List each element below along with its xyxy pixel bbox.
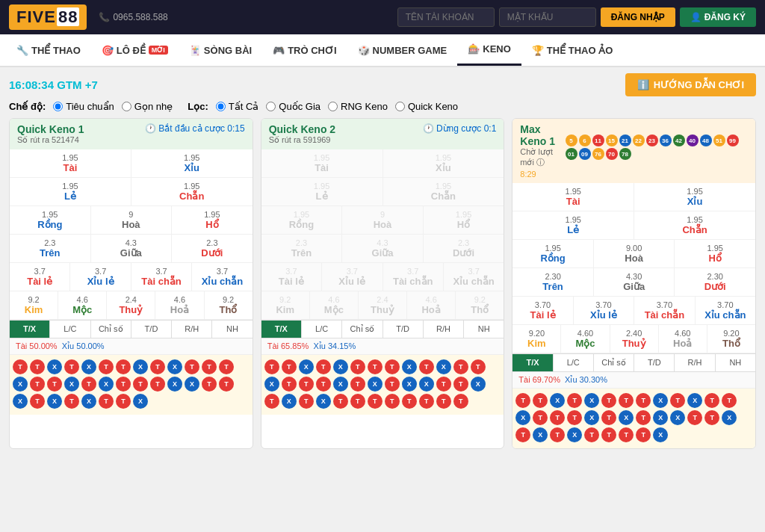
card1-xiule-cell[interactable]: 3.7 Xỉu lẻ [70,263,131,291]
ball-36: 36 [660,134,672,146]
hist-ball: X [333,377,348,392]
nav-the-thao[interactable]: 🔧 THỂ THAO [6,36,91,65]
mode-tieu-chuan[interactable]: Tiêu chuẩn [53,101,114,112]
card1-stats: Tài 50.00% Xỉu 50.00% [10,338,253,355]
hist-ball: T [453,377,468,392]
card1-moc-cell[interactable]: 4.6 Mộc [58,291,107,319]
card3-duoi-cell[interactable]: 2.30 Dưới [675,268,755,296]
hist-ball: T [636,393,651,408]
hist-ball: X [264,377,279,392]
card1-taichan-cell[interactable]: 3.7 Tài chẵn [131,263,192,291]
card3-chan-cell[interactable]: 1.95 Chẵn [634,211,755,239]
card3-xiule-cell[interactable]: 3.70 Xỉu lẻ [574,297,634,324]
card2-tab-lc[interactable]: L/C [302,321,342,338]
card1-tab-lc[interactable]: L/C [50,321,90,338]
filter-rng-keno[interactable]: RNG Keno [328,101,388,112]
card3-xiu-cell[interactable]: 1.95 Xỉu [634,183,755,211]
card2-tab-chiso[interactable]: Chỉ số [342,321,382,338]
card3-xiuchan-cell[interactable]: 3.70 Xỉu chẵn [696,297,755,324]
hist-ball: T [350,359,365,374]
card2-tab-nh[interactable]: NH [464,321,504,338]
card3-taile-cell[interactable]: 3.70 Tài lẻ [512,297,573,324]
hist-ball: X [185,377,199,392]
card1-tab-tx[interactable]: T/X [10,321,50,338]
hist-ball: T [219,359,234,374]
username-input[interactable] [397,7,495,27]
card1-tab-chiso[interactable]: Chỉ số [91,321,131,338]
ball-23: 23 [646,134,658,146]
card2-tab-rh[interactable]: R/H [424,321,464,338]
card3-rong-cell[interactable]: 1.95 Rồng [512,240,594,267]
filter-label: Lọc: [188,101,208,112]
nav-song-bai[interactable]: 🃏 SÒNG BÀI [179,36,262,65]
card3-tho-cell[interactable]: 9.20 Thổ [707,325,755,353]
card2-tab-td[interactable]: T/D [383,321,424,338]
card3-tab-lc[interactable]: L/C [554,354,594,371]
hist-ball: T [64,359,79,374]
filter-quick-keno[interactable]: Quick Keno [395,101,458,112]
hist-ball: T [202,359,217,374]
header-inputs: ĐĂNG NHẬP 👤 ĐĂNG KÝ [397,7,756,27]
card3-tab-td[interactable]: T/D [634,354,675,371]
hist-ball: T [368,359,382,374]
hist-ball: X [402,377,417,392]
card3-tab-rh[interactable]: R/H [675,354,715,371]
card1-ho-cell[interactable]: 1.95 Hổ [172,206,253,234]
card1-duoi-cell[interactable]: 2.3 Dưới [172,235,253,262]
card1-le-cell[interactable]: 1.95 Lẻ [10,178,131,205]
card3-taichan-cell[interactable]: 3.70 Tài chẵn [634,297,695,324]
card2-tab-tx[interactable]: T/X [261,321,302,338]
filter-tat-ca[interactable]: Tất Cả [216,101,259,112]
card1-hoa2-cell[interactable]: 4.6 Hoả [155,291,204,319]
login-button[interactable]: ĐĂNG NHẬP [601,7,675,27]
card1-tab-nh[interactable]: NH [212,321,252,338]
card1-chan-cell[interactable]: 1.95 Chẵn [131,178,253,205]
hist-ball: T [350,377,365,392]
nav-the-thao-ao[interactable]: 🏆 THỂ THAO ẢO [521,36,624,65]
card3-ho-cell[interactable]: 1.95 Hổ [675,240,755,267]
card3-hoa2-cell[interactable]: 4.60 Hoả [659,325,707,353]
card1-kim-cell[interactable]: 9.2 Kim [10,291,58,319]
password-input[interactable] [499,7,596,27]
hist-ball: X [653,393,668,408]
card1-tai-cell[interactable]: 1.95 Tài [10,149,131,177]
hist-ball: T [436,394,451,409]
nav-keno[interactable]: 🎰 KENO [457,34,521,66]
hist-ball: T [150,377,165,392]
nav-number-game[interactable]: 🎲 NUMBER GAME [347,36,458,65]
hist-ball: T [402,394,417,409]
nav-lo-de[interactable]: 🎯 LÔ ĐỀ MỚI [91,36,179,65]
card1-thuy-cell[interactable]: 2.4 Thuỷ [107,291,155,319]
card1-taile-cell[interactable]: 3.7 Tài lẻ [10,263,70,291]
hist-ball: T [30,377,45,392]
card3-tab-nh[interactable]: NH [716,354,755,371]
card1-tab-td[interactable]: T/D [131,321,172,338]
mode-gon-nhe[interactable]: Gọn nhẹ [122,101,173,112]
filter-quoc-gia[interactable]: Quốc Gia [266,101,320,112]
card1-history: T T X T X T T X T X T T T X T T X T X T [10,355,253,415]
card3-tab-chiso[interactable]: Chỉ số [594,354,634,371]
card3-moc-cell[interactable]: 4.60 Mộc [561,325,610,353]
card1-tabs: T/X L/C Chỉ số T/D R/H NH [10,320,253,338]
card1-tab-rh[interactable]: R/H [172,321,212,338]
card3-kim-cell[interactable]: 9.20 Kim [512,325,561,353]
card1-xiuchan-cell[interactable]: 3.7 Xỉu chẵn [192,263,252,291]
card1-xiu-cell[interactable]: 1.95 Xỉu [131,149,253,177]
help-button[interactable]: ℹ️ HƯỚNG DẪN CHƠI [625,73,756,96]
hist-ball: X [515,410,530,425]
nav-tro-choi[interactable]: 🎮 TRÒ CHƠI [262,36,347,65]
register-button[interactable]: 👤 ĐĂNG KÝ [680,7,756,27]
card3-thuy-cell[interactable]: 2.40 Thuỷ [610,325,659,353]
card1-tren-cell[interactable]: 2.3 Trên [10,235,91,262]
card3-tai-cell[interactable]: 1.95 Tài [512,183,634,211]
card3-tab-tx[interactable]: T/X [512,354,553,371]
ball-99: 99 [727,134,739,146]
card3-le-cell[interactable]: 1.95 Lẻ [512,211,634,239]
card2-tabs: T/X L/C Chỉ số T/D R/H NH [261,320,504,338]
tro-choi-icon: 🎮 [273,45,285,56]
card1-tho-cell[interactable]: 9.2 Thổ [205,291,253,319]
card1-rong-cell[interactable]: 1.95 Rồng [10,206,91,234]
card3-giua-cell[interactable]: 4.30 Giữa [594,268,675,296]
card1-giua-cell[interactable]: 4.3 Giữa [91,235,173,262]
card3-tren-cell[interactable]: 2.30 Trên [512,268,594,296]
